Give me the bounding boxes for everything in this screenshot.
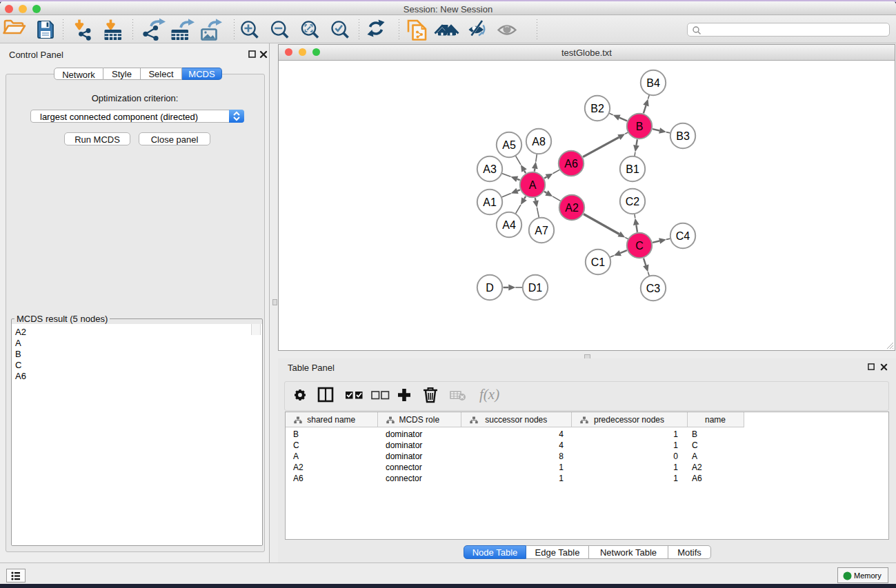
svg-text:C1: C1 bbox=[591, 256, 606, 268]
svg-text:A3: A3 bbox=[483, 163, 497, 175]
svg-text:A8: A8 bbox=[532, 136, 546, 148]
svg-text:A1: A1 bbox=[483, 196, 497, 208]
svg-text:f(x): f(x) bbox=[479, 386, 499, 403]
svg-text:A2: A2 bbox=[565, 202, 579, 214]
svg-text:C: C bbox=[635, 240, 644, 252]
svg-text:B2: B2 bbox=[590, 103, 604, 114]
svg-text:C2: C2 bbox=[626, 196, 640, 207]
svg-text:C4: C4 bbox=[676, 230, 690, 242]
svg-text:A4: A4 bbox=[502, 219, 516, 231]
svg-text:A5: A5 bbox=[502, 139, 516, 151]
svg-text:B1: B1 bbox=[626, 163, 639, 175]
svg-text:A7: A7 bbox=[535, 225, 548, 236]
svg-text:A6: A6 bbox=[564, 158, 578, 170]
svg-text:D1: D1 bbox=[528, 282, 543, 294]
svg-text:B4: B4 bbox=[646, 77, 660, 89]
svg-text:B: B bbox=[636, 121, 644, 132]
svg-text:D: D bbox=[486, 282, 494, 294]
svg-text:B3: B3 bbox=[676, 130, 690, 142]
svg-text:A: A bbox=[529, 179, 537, 191]
svg-text:C3: C3 bbox=[646, 283, 661, 294]
